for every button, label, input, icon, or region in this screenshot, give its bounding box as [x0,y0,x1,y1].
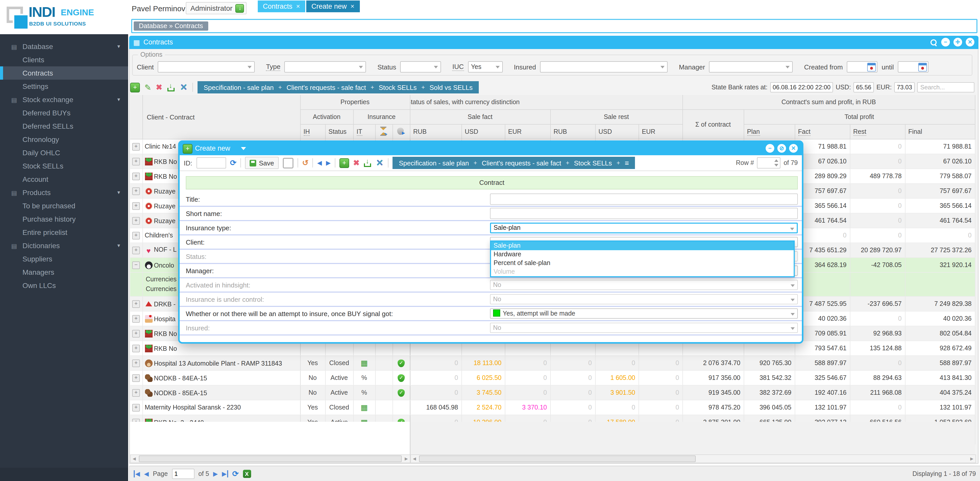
strip-tab-stock-sells[interactable]: Stock SELLs [574,159,612,167]
rest-usd-header[interactable]: USD [595,124,638,139]
dialog-header[interactable]: + Create new − ⊘ ✕ [180,142,802,155]
export-button[interactable] [364,159,372,167]
role-selector[interactable]: Administrator ↓ [186,2,247,14]
sidebar-group-dictionaries[interactable]: ▤Dictionaries▼ [0,239,128,252]
hindsight-header[interactable]: ▶ [375,124,393,139]
minimize-icon[interactable]: − [765,144,774,153]
dropdown-option-percent-of-sale-plan[interactable]: Percent of sale-plan [491,259,794,268]
scrollbar-thumb[interactable] [139,456,402,462]
next-record-button[interactable]: ▶ [326,159,331,166]
excel-export-icon[interactable]: X [243,470,251,478]
rest-header[interactable]: Rest [850,124,905,139]
rest-rub-header[interactable]: RUB [550,124,595,139]
spin-down-icon[interactable] [774,164,778,166]
row-collapse-button[interactable]: − [132,261,140,269]
search-input[interactable] [917,82,974,92]
sidebar-item-to-be-purchased[interactable]: To be purchased [0,199,128,212]
scrollbar-track[interactable] [138,455,403,463]
insurance-type-select[interactable]: Sale-plan [490,222,798,233]
page-input[interactable] [172,468,194,479]
sidebar-item-settings[interactable]: Settings [0,80,128,93]
status-header[interactable]: Status [325,124,353,139]
tab-create-new[interactable]: Create new✕ [306,0,360,12]
iuc-filter-select[interactable]: Yes [468,61,503,73]
scroll-right-icon[interactable]: ▶ [403,457,410,461]
breadcrumb[interactable]: Database » Contracts [134,21,208,31]
table-row[interactable]: +NODKB - 85EA-15NoActive%✓03 745.50003 9… [130,385,975,400]
sidebar-item-clients[interactable]: Clients [0,53,128,66]
first-page-button[interactable]: ◀ [134,470,140,477]
restore-icon[interactable]: ⊘ [777,144,786,153]
created-from-input[interactable] [847,61,878,73]
row-expand-button[interactable]: + [132,374,140,382]
insured-select[interactable]: No [490,323,798,333]
sum-of-contract-header[interactable]: Σ of contract [682,110,744,139]
whether-or-not-there-will-be-an-attempt-to-insure-once-buy-signal-got-select[interactable]: Yes, attempt will be made [490,308,798,319]
close-icon[interactable]: ✕ [966,38,974,46]
scrollbar-thumb[interactable] [419,456,696,462]
usd-rate[interactable]: 65.56 [853,82,874,92]
eur-rate[interactable]: 73.03 [894,82,915,92]
manager-filter-select[interactable] [709,61,793,73]
last-page-button[interactable]: ▶ [222,470,228,477]
settings-tools-button[interactable] [376,159,384,167]
sidebar-item-account[interactable]: Account [0,173,128,186]
id-input[interactable] [196,157,226,169]
refresh-icon[interactable]: ⟳ [230,158,236,167]
row-expand-button[interactable]: + [132,300,140,308]
row-expand-button[interactable]: + [132,315,140,323]
dropdown-option-sale-plan[interactable]: Sale-plan [491,242,794,250]
row-expand-button[interactable]: + [132,217,140,225]
sidebar-group-database[interactable]: ▤Database▼ [0,40,128,53]
title-input[interactable] [490,194,798,205]
sidebar-item-managers[interactable]: Managers [0,266,128,279]
undo-icon[interactable]: ↺ [302,158,309,167]
calendar-icon[interactable] [918,63,927,72]
scroll-right-icon[interactable]: ▶ [968,457,975,461]
save-button[interactable]: Save [245,157,278,169]
rates-datetime[interactable]: 06.08.16 22:00 22:00 [770,82,833,92]
table-row[interactable]: +NODKB - 84EA-15NoActive%✓06 025.50001 6… [130,370,975,385]
frozen-pane-scrollbar[interactable]: ◀ ▶ [130,454,410,463]
collapse-icon[interactable]: − [941,38,950,46]
settings-tools-button[interactable] [180,83,188,91]
scroll-left-icon[interactable]: ◀ [130,457,138,461]
edit-row-button[interactable]: ✎ [145,83,151,92]
row-expand-button[interactable]: + [132,187,140,195]
scrollbar-track[interactable] [418,455,968,463]
strip-tab-sold-vs-sells[interactable]: Sold vs SELLs [430,83,473,91]
it-header[interactable]: IT [353,124,375,139]
sidebar-item-suppliers[interactable]: Suppliers [0,252,128,266]
main-pane-scrollbar[interactable]: ◀ ▶ [410,454,976,463]
row-expand-button[interactable]: + [132,173,140,180]
row-expand-button[interactable]: + [132,158,140,166]
row-expand-button[interactable]: + [132,143,140,151]
add-row-button[interactable]: + [130,83,140,92]
sidebar-item-deferred-sells[interactable]: Deferred SELLs [0,119,128,133]
tab-contracts[interactable]: Contracts✕ [258,0,305,12]
close-icon[interactable]: ✕ [296,3,301,9]
activated-in-hindsight-select[interactable]: No [490,280,798,290]
rest-eur-header[interactable]: EUR [638,124,682,139]
export-button[interactable] [167,83,175,91]
row-expand-button[interactable]: + [132,247,140,254]
row-expand-button[interactable]: + [132,404,140,412]
prev-record-button[interactable]: ◀ [317,159,322,166]
final-header[interactable]: Final [905,124,975,139]
delete-record-button[interactable]: ✖ [353,158,360,167]
calendar-icon[interactable] [867,63,876,72]
strip-tab-stock-sells[interactable]: Stock SELLs [379,83,417,91]
strip-tab-specification-sale-plan[interactable]: Specification - sale plan [399,159,469,167]
sidebar-item-stock-sells[interactable]: Stock SELLs [0,159,128,173]
fact-usd-header[interactable]: USD [461,124,505,139]
table-row[interactable]: +Hospital 13 Automobile Plant - RAMP 311… [130,356,975,370]
delete-row-button[interactable]: ✖ [156,83,162,92]
spin-up-icon[interactable] [774,159,778,162]
strip-tab-specification-sale-plan[interactable]: Specification - sale plan [204,83,274,91]
plan-header[interactable]: Plan [744,124,795,139]
row-expand-button[interactable]: + [132,360,140,367]
strip-tab-client-s-requests-sale-fact[interactable]: Client's requests - sale fact [286,83,366,91]
sidebar-item-entire-pricelist[interactable]: Entire pricelist [0,226,128,239]
row-expand-button[interactable]: + [132,389,140,397]
row-expand-button[interactable]: + [132,330,140,338]
